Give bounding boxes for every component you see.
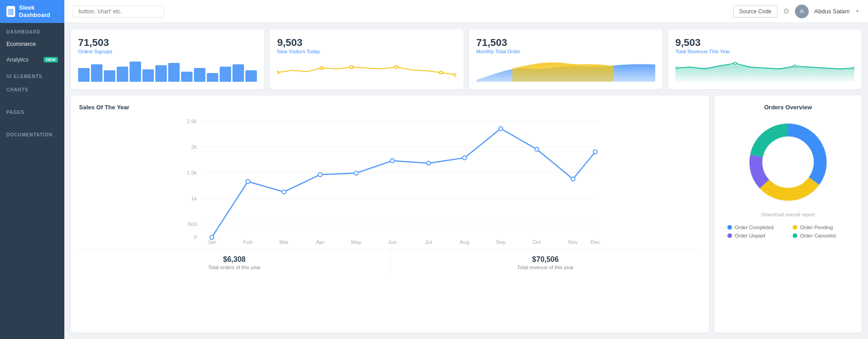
legend-dot-completed	[727, 225, 732, 230]
svg-point-9	[853, 67, 854, 69]
svg-point-5	[454, 73, 456, 76]
stat-number-orders: 71,503	[477, 37, 655, 49]
legend-label-canceled: Order Canceled	[800, 233, 836, 238]
bar	[194, 68, 205, 82]
sales-chart-card: Sales Of The Year 2.5k 2k 1.5k 1k	[71, 96, 709, 333]
svg-text:500: 500	[188, 221, 197, 227]
bar	[168, 63, 180, 82]
brand: ||| Sleek Dashboard	[0, 0, 64, 23]
settings-icon[interactable]: ⚙	[783, 7, 789, 16]
donut-svg	[747, 121, 829, 203]
svg-text:Mar: Mar	[279, 239, 289, 245]
svg-text:Apr: Apr	[316, 239, 324, 245]
nav-section-ui: UI ELEMENTS	[0, 68, 64, 81]
svg-text:1k: 1k	[191, 195, 197, 202]
svg-text:Nov: Nov	[568, 239, 578, 245]
total-orders-amount: $6,308	[86, 255, 382, 264]
svg-point-2	[350, 66, 354, 68]
bar	[155, 65, 167, 82]
svg-point-44	[593, 150, 597, 154]
sidebar-item-ecommerce-label: Ecommerce	[6, 41, 36, 47]
legend-order-completed: Order Completed	[727, 225, 783, 230]
nav-section-dashboard: DASHBOARD	[0, 23, 64, 36]
svg-text:Dec: Dec	[590, 239, 600, 245]
charts-row: Sales Of The Year 2.5k 2k 1.5k 1k	[71, 96, 862, 333]
total-revenue-amount: $70,506	[397, 255, 693, 264]
bar	[130, 62, 141, 82]
stat-cards-row: 71,503 Online Signups 9,503 New Visitors…	[71, 29, 862, 89]
svg-text:May: May	[351, 239, 361, 245]
sidebar-item-analytics[interactable]: Analytics NEW	[0, 52, 64, 68]
download-link[interactable]: Download overall report	[761, 212, 815, 217]
sales-stat-revenue: $70,506 Total revenue of this year	[390, 250, 701, 276]
nav-section-pages: PAGES	[0, 103, 64, 117]
svg-point-0	[277, 71, 279, 74]
svg-text:Sep: Sep	[496, 239, 505, 245]
sales-chart-title: Sales Of The Year	[79, 104, 701, 111]
donut-chart	[747, 121, 829, 203]
visitors-svg	[277, 59, 456, 82]
svg-point-39	[426, 161, 431, 165]
svg-text:2k: 2k	[191, 144, 197, 150]
orders-svg	[477, 59, 655, 82]
sales-stat-orders: $6,308 Total orders of this year	[79, 250, 390, 276]
orders-overview-title: Orders Overview	[764, 104, 812, 111]
svg-text:Jun: Jun	[388, 239, 397, 245]
legend-order-canceled: Order Canceled	[793, 233, 849, 238]
svg-point-33	[210, 236, 214, 240]
sidebar-item-ecommerce[interactable]: Ecommerce	[0, 36, 64, 52]
sales-stats: $6,308 Total orders of this year $70,506…	[79, 249, 701, 276]
svg-text:Oct: Oct	[533, 239, 541, 245]
nav-section-docs: DOCUMENTATION	[0, 126, 64, 139]
sidebar-item-pages[interactable]	[0, 117, 64, 126]
svg-point-34	[246, 180, 250, 184]
svg-text:Aug: Aug	[460, 239, 470, 245]
stat-card-new-visitors: 9,503 New Visitors Today	[270, 29, 463, 89]
legend-dot-canceled	[793, 233, 797, 238]
stat-label-orders: Monthly Total Order	[477, 49, 655, 54]
svg-point-3	[395, 66, 398, 68]
sidebar-item-charts[interactable]	[0, 94, 64, 103]
bar	[233, 64, 244, 82]
stat-label-signups: Online Signups	[78, 49, 257, 54]
sidebar-item-analytics-label: Analytics	[6, 56, 28, 63]
legend-order-unpaid: Order Unpaid	[727, 233, 783, 238]
total-orders-desc: Total orders of this year	[86, 265, 382, 270]
bar-chart-signups	[78, 59, 257, 82]
total-revenue-desc: Total revenue of this year	[397, 265, 693, 270]
source-code-button[interactable]: Source Code	[733, 6, 777, 17]
bar	[207, 73, 218, 82]
sidebar: ||| Sleek Dashboard DASHBOARD Ecommerce …	[0, 0, 64, 339]
legend-dot-unpaid	[727, 233, 732, 238]
line-chart-revenue	[675, 59, 854, 82]
analytics-new-badge: NEW	[44, 57, 58, 62]
svg-text:1.5k: 1.5k	[187, 170, 197, 176]
svg-point-7	[733, 62, 736, 65]
bar	[245, 70, 257, 82]
stat-number-signups: 71,503	[78, 37, 257, 49]
stat-number-revenue: 9,503	[675, 37, 854, 49]
svg-point-42	[535, 147, 539, 152]
legend-label-pending: Order Pending	[800, 225, 833, 230]
svg-text:0: 0	[194, 234, 197, 240]
stat-label-visitors: New Visitors Today	[277, 49, 456, 54]
legend-label-completed: Order Completed	[735, 225, 773, 230]
stat-number-visitors: 9,503	[277, 37, 456, 49]
brand-icon: |||	[6, 6, 15, 17]
line-chart-visitors	[277, 59, 456, 82]
svg-point-41	[499, 127, 503, 131]
avatar: A	[795, 5, 809, 18]
svg-point-35	[282, 190, 286, 194]
search-input[interactable]	[73, 6, 165, 17]
stat-card-monthly-orders: 71,503 Monthly Total Order	[469, 29, 663, 89]
topbar: Source Code ⚙ A Abdus Salam ▼	[64, 0, 868, 23]
content: 71,503 Online Signups 9,503 New Visitors…	[64, 23, 868, 339]
user-name: Abdus Salam	[814, 8, 850, 15]
svg-point-38	[391, 159, 395, 163]
bar	[220, 67, 231, 82]
svg-point-6	[675, 67, 677, 69]
svg-point-1	[320, 67, 324, 69]
legend-dot-pending	[793, 225, 797, 230]
stat-label-revenue: Total Revenue This Year	[675, 49, 854, 54]
svg-point-40	[463, 156, 467, 160]
